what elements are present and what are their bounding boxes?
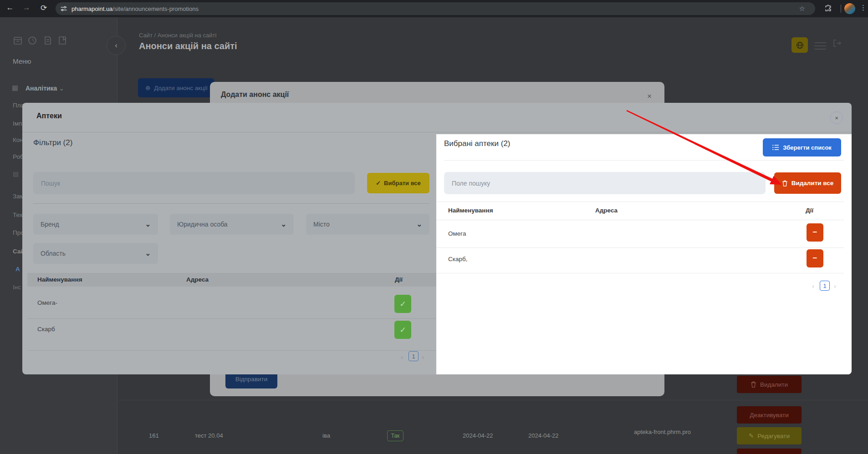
url-text[interactable]: pharmapoint.ua/site/announcements-promot…	[71, 5, 199, 12]
list-icon	[772, 144, 779, 151]
chrome-menu-icon[interactable]: ⋮	[860, 4, 867, 12]
delete-button[interactable]: Видалити	[737, 376, 802, 393]
remove-row-button[interactable]: −	[807, 223, 823, 242]
book-icon[interactable]	[57, 35, 67, 47]
chevron-down-icon: ⌄	[145, 249, 151, 257]
archive-icon[interactable]	[13, 35, 23, 47]
breadcrumb: Сайт / Анонси акцій на сайті	[139, 32, 216, 39]
edit-button[interactable]: ✎ Редагувати	[737, 427, 802, 444]
back-icon[interactable]: ←	[5, 3, 15, 12]
row-cell-date-end: 2024-04-22	[528, 432, 559, 439]
forward-icon[interactable]: →	[21, 3, 32, 12]
row-divider	[436, 220, 844, 220]
panel-divider	[444, 160, 844, 161]
next-page-icon[interactable]: ›	[422, 353, 424, 361]
row-cell-user: іва	[322, 432, 330, 439]
add-modal-close-icon[interactable]: ×	[647, 92, 652, 101]
address-bar[interactable]: pharmapoint.ua/site/announcements-promot…	[56, 2, 815, 15]
col-header-actions: Дії	[395, 276, 403, 283]
next-page-icon[interactable]: ›	[834, 282, 836, 290]
city-dropdown[interactable]: Місто⌄	[306, 214, 429, 235]
trash-icon	[782, 180, 788, 187]
selected-pharmacies-panel: Вибрані аптеки (2) Зберегти список Видал…	[436, 134, 852, 374]
filters-divider	[33, 203, 429, 204]
chevron-down-icon: ⌄	[416, 220, 422, 228]
add-announcement-button[interactable]: ⊕ Додати анонс акції	[138, 78, 214, 97]
selected-heading: Вибрані аптеки (2)	[444, 139, 511, 148]
page-title: Анонси акцій на сайті	[139, 41, 237, 51]
col-header-actions: Дії	[806, 207, 813, 214]
status-badge: Так	[387, 430, 403, 441]
col-header-name: Найменування	[448, 207, 493, 214]
url-path: /site/announcements-promotions	[112, 5, 199, 12]
filters-table-header	[27, 273, 436, 287]
logout-icon[interactable]	[832, 39, 842, 49]
check-icon: ✓	[376, 180, 381, 187]
reload-icon[interactable]: ⟳	[38, 3, 49, 13]
document-icon[interactable]	[43, 35, 53, 47]
table-divider	[118, 400, 868, 400]
legal-entity-dropdown[interactable]: Юридична особа⌄	[170, 214, 294, 235]
deactivate-button[interactable]: Деактивувати	[737, 406, 802, 424]
row-divider	[27, 318, 436, 319]
sidebar-menu-heading: Меню	[13, 57, 31, 65]
table-row-name: Скарб,	[448, 256, 467, 262]
save-list-button[interactable]: Зберегти список	[763, 138, 841, 156]
trash-icon	[751, 381, 756, 388]
col-header-address: Адреса	[186, 276, 209, 283]
delete-all-button[interactable]: Видалити все	[774, 172, 841, 194]
extensions-icon[interactable]	[824, 5, 832, 14]
page-number[interactable]: 1	[408, 351, 419, 361]
row-cell-name: тест 20.04	[195, 432, 223, 439]
plus-circle-icon: ⊕	[145, 84, 150, 91]
pencil-icon: ✎	[749, 432, 754, 439]
pharmacies-modal-close-icon[interactable]: ×	[830, 111, 843, 124]
pie-chart-icon[interactable]	[27, 35, 37, 47]
remove-row-button[interactable]: −	[807, 249, 823, 267]
chrome-divider	[841, 5, 841, 13]
row-divider	[27, 350, 436, 351]
table-row-name: Омега-	[37, 299, 57, 306]
filters-search-input[interactable]	[33, 172, 355, 194]
url-domain: pharmapoint.ua	[71, 5, 112, 12]
select-row-button[interactable]: ✓	[394, 295, 411, 313]
sidebar-item-1[interactable]: Імп	[13, 120, 22, 127]
row-divider	[436, 202, 844, 202]
prev-page-icon[interactable]: ‹	[812, 282, 814, 290]
sidebar-item-9[interactable]: Інс	[13, 284, 21, 291]
hamburger-menu-icon[interactable]	[814, 40, 826, 52]
prev-page-icon[interactable]: ‹	[401, 353, 403, 361]
profile-avatar[interactable]	[844, 3, 855, 14]
row-cell-date-start: 2024-04-22	[463, 432, 493, 439]
add-modal-title: Додати анонс акції	[221, 91, 289, 99]
site-info-icon[interactable]	[60, 5, 67, 12]
sidebar-collapse-button[interactable]: ‹	[107, 36, 126, 55]
page-number[interactable]: 1	[820, 281, 830, 291]
row-cell-id: 161	[149, 432, 159, 439]
region-dropdown[interactable]: Область⌄	[33, 243, 158, 264]
sidebar-item-5[interactable]: Тех	[13, 212, 22, 218]
select-all-button[interactable]: ✓ Вибрати все	[367, 173, 429, 193]
bookmark-star-icon[interactable]: ☆	[799, 5, 805, 13]
row-divider	[436, 273, 844, 273]
table-row-name: Омега	[448, 230, 466, 237]
settings-globe-button[interactable]	[791, 37, 808, 53]
sidebar-item-2[interactable]: Кон	[13, 136, 23, 143]
brand-dropdown[interactable]: Бренд⌄	[33, 214, 158, 235]
row-divider	[436, 247, 844, 248]
row-cell-site: apteka-front.phrm.pro	[634, 429, 691, 435]
sidebar-item-8-active[interactable]: А	[15, 266, 20, 272]
chevron-down-icon: ⌄	[145, 220, 151, 228]
sidebar-list-icon[interactable]: ▤	[13, 170, 19, 177]
chevron-down-icon: ⌄	[281, 220, 286, 228]
table-row-name: Скарб	[37, 326, 55, 333]
col-header-address: Адреса	[595, 207, 618, 214]
modal-divider	[22, 132, 852, 132]
action-button-partial[interactable]	[737, 449, 802, 454]
selected-search-input[interactable]	[444, 172, 766, 194]
sidebar-item-analytics[interactable]: Аналітика ⌄	[26, 85, 64, 92]
select-row-button[interactable]: ✓	[394, 321, 411, 339]
col-header-name: Найменування	[37, 276, 82, 283]
browser-chrome: ← → ⟳ pharmapoint.ua/site/announcements-…	[0, 0, 868, 17]
pharmacies-modal-title: Аптеки	[36, 112, 62, 120]
